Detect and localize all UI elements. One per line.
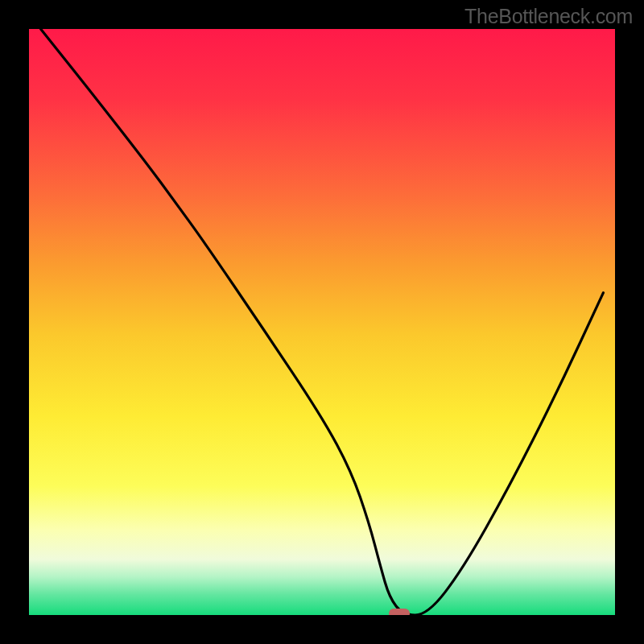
min-marker	[389, 609, 410, 615]
curve-layer	[29, 29, 615, 615]
attribution-label: TheBottleneck.com	[464, 5, 633, 28]
bottleneck-curve	[41, 29, 604, 615]
chart-frame: TheBottleneck.com	[0, 0, 644, 644]
plot-area	[29, 29, 615, 615]
